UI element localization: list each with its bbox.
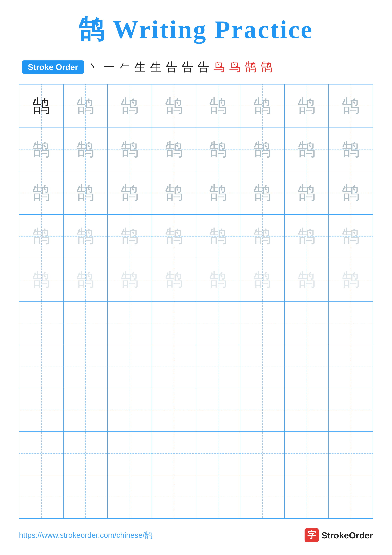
grid-cell[interactable]: 鹄 (152, 171, 196, 214)
grid-cell[interactable]: 鹄 (285, 85, 329, 128)
grid-cell[interactable]: 鹄 (152, 128, 196, 171)
grid-cell[interactable]: 鹄 (196, 171, 241, 214)
grid-cell[interactable]: 鹄 (108, 258, 152, 301)
brand-name: StrokeOrder (321, 530, 373, 540)
cell-character: 鹄 (342, 227, 359, 245)
grid-cell[interactable] (196, 301, 241, 345)
page-title: 鹄 Writing Practice (79, 13, 313, 47)
grid-cell[interactable]: 鹄 (108, 215, 152, 258)
grid-cell[interactable]: 鹄 (108, 171, 152, 214)
grid-cell[interactable] (285, 345, 329, 388)
grid-cell[interactable] (240, 475, 285, 518)
grid-cell[interactable]: 鹄 (64, 128, 108, 171)
grid-cell[interactable] (240, 388, 285, 431)
grid-cell[interactable]: 鹄 (196, 258, 241, 301)
grid-cell[interactable] (108, 432, 152, 475)
grid-cell[interactable] (152, 345, 196, 388)
grid-cell[interactable] (64, 388, 108, 431)
cell-character: 鹄 (254, 141, 271, 158)
stroke-4: 生 (134, 59, 146, 75)
grid-cell[interactable] (196, 475, 241, 518)
grid-cell[interactable]: 鹄 (285, 171, 329, 214)
cell-character: 鹄 (254, 184, 271, 202)
grid-cell[interactable] (108, 475, 152, 518)
cell-character: 鹄 (33, 184, 50, 202)
grid-cell[interactable]: 鹄 (196, 128, 241, 171)
grid-cell[interactable]: 鹄 (152, 85, 196, 128)
grid-cell[interactable] (64, 432, 108, 475)
grid-cell[interactable] (152, 388, 196, 431)
cell-character: 鹄 (121, 97, 138, 115)
grid-cell[interactable]: 鹄 (152, 215, 196, 258)
grid-cell[interactable] (196, 345, 241, 388)
grid-cell[interactable] (285, 475, 329, 518)
grid-cell[interactable]: 鹄 (19, 258, 64, 301)
grid-cell[interactable]: 鹄 (240, 171, 285, 214)
grid-cell[interactable] (240, 432, 285, 475)
grid-cell[interactable] (329, 475, 373, 518)
grid-cell[interactable]: 鹄 (19, 215, 64, 258)
stroke-9: 鸟 (214, 59, 225, 75)
cell-character: 鹄 (33, 227, 50, 245)
cell-character: 鹄 (209, 97, 227, 115)
grid-cell[interactable] (64, 345, 108, 388)
grid-cell[interactable]: 鹄 (285, 215, 329, 258)
grid-cell[interactable] (64, 301, 108, 345)
grid-cell[interactable]: 鹄 (329, 171, 373, 214)
cell-character: 鹄 (298, 141, 315, 158)
grid-cell[interactable] (152, 432, 196, 475)
grid-cell[interactable] (19, 432, 64, 475)
grid-cell[interactable]: 鹄 (285, 128, 329, 171)
grid-cell[interactable] (19, 345, 64, 388)
grid-cell[interactable] (108, 301, 152, 345)
grid-cell[interactable] (329, 345, 373, 388)
grid-cell[interactable]: 鹄 (19, 85, 64, 128)
grid-cell[interactable] (329, 388, 373, 431)
grid-cell[interactable] (152, 475, 196, 518)
grid-cell[interactable]: 鹄 (196, 215, 241, 258)
grid-cell[interactable]: 鹄 (152, 258, 196, 301)
grid-cell[interactable] (329, 432, 373, 475)
grid-row (19, 432, 373, 475)
grid-cell[interactable] (108, 388, 152, 431)
cell-character: 鹄 (77, 184, 94, 202)
grid-cell[interactable]: 鹄 (329, 85, 373, 128)
grid-cell[interactable] (152, 301, 196, 345)
grid-cell[interactable] (196, 432, 241, 475)
grid-cell[interactable]: 鹄 (108, 85, 152, 128)
grid-cell[interactable]: 鹄 (329, 258, 373, 301)
grid-cell[interactable] (108, 345, 152, 388)
grid-cell[interactable] (285, 301, 329, 345)
grid-cell[interactable]: 鹄 (19, 128, 64, 171)
grid-cell[interactable] (19, 475, 64, 518)
grid-cell[interactable] (285, 432, 329, 475)
grid-cell[interactable]: 鹄 (329, 215, 373, 258)
grid-cell[interactable] (19, 301, 64, 345)
cell-character: 鹄 (209, 184, 227, 202)
grid-cell[interactable]: 鹄 (240, 85, 285, 128)
grid-cell[interactable]: 鹄 (64, 258, 108, 301)
stroke-7: 告 (182, 59, 193, 75)
grid-cell[interactable]: 鹄 (64, 171, 108, 214)
cell-character: 鹄 (33, 97, 50, 115)
grid-cell[interactable] (240, 345, 285, 388)
grid-cell[interactable]: 鹄 (240, 215, 285, 258)
grid-cell[interactable]: 鹄 (64, 215, 108, 258)
grid-row: 鹄鹄鹄鹄鹄鹄鹄鹄 (19, 85, 373, 128)
grid-cell[interactable] (285, 388, 329, 431)
grid-cell[interactable] (64, 475, 108, 518)
grid-cell[interactable] (240, 301, 285, 345)
grid-cell[interactable] (19, 388, 64, 431)
grid-cell[interactable]: 鹄 (19, 171, 64, 214)
cell-character: 鹄 (77, 227, 94, 245)
grid-cell[interactable]: 鹄 (196, 85, 241, 128)
cell-character: 鹄 (209, 271, 227, 288)
grid-cell[interactable]: 鹄 (64, 85, 108, 128)
grid-cell[interactable]: 鹄 (240, 258, 285, 301)
grid-cell[interactable]: 鹄 (240, 128, 285, 171)
grid-cell[interactable]: 鹄 (285, 258, 329, 301)
grid-cell[interactable] (329, 301, 373, 345)
grid-cell[interactable]: 鹄 (108, 128, 152, 171)
grid-cell[interactable]: 鹄 (329, 128, 373, 171)
grid-cell[interactable] (196, 388, 241, 431)
